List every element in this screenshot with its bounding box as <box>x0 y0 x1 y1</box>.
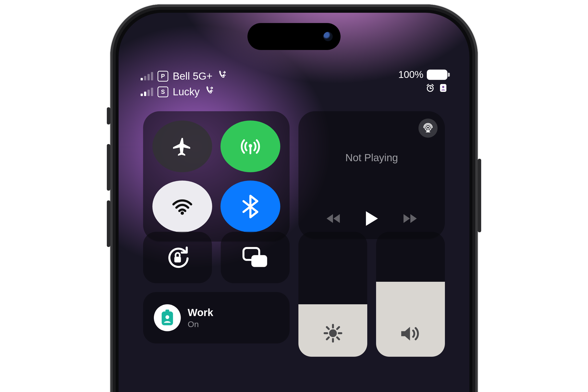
orientation-lock-icon <box>164 244 191 271</box>
svg-point-14 <box>166 315 169 319</box>
svg-point-11 <box>329 329 337 337</box>
airplane-mode-toggle[interactable] <box>152 120 212 172</box>
orientation-lock-toggle[interactable] <box>143 232 212 283</box>
svg-point-2 <box>442 86 444 88</box>
connectivity-module[interactable] <box>143 111 290 242</box>
brightness-slider[interactable] <box>298 232 367 357</box>
volume-fill <box>376 282 445 357</box>
screen-mirroring-button[interactable] <box>221 232 290 283</box>
front-camera <box>322 31 334 42</box>
signal-bars-sim1 <box>141 72 153 80</box>
antenna-icon <box>239 135 262 158</box>
focus-module[interactable]: Work On <box>143 292 290 344</box>
airplane-icon <box>172 136 193 157</box>
mute-switch <box>107 107 110 124</box>
airplay-button[interactable] <box>418 118 438 138</box>
sim1-badge: P <box>158 71 168 82</box>
alarm-icon <box>425 83 435 93</box>
svg-rect-8 <box>174 257 181 263</box>
signal-bars-sim2 <box>141 88 153 96</box>
screen: P Bell 5G+ S Lucky 100% <box>118 13 470 392</box>
volume-down-button <box>107 200 110 247</box>
next-track-button[interactable] <box>400 212 418 226</box>
wifi-toggle[interactable] <box>152 180 212 232</box>
call-forwarding-icon <box>217 70 226 82</box>
focus-state-label: On <box>188 320 213 329</box>
svg-rect-13 <box>166 310 169 313</box>
wifi-icon <box>170 195 194 218</box>
svg-point-6 <box>426 126 430 129</box>
dynamic-island <box>248 23 340 50</box>
id-badge-icon <box>160 309 175 326</box>
svg-point-5 <box>180 212 184 215</box>
previous-track-button[interactable] <box>326 212 343 226</box>
now-playing-label: Not Playing <box>308 152 435 164</box>
battery-indicator: 100% <box>398 69 447 80</box>
call-forwarding-icon <box>204 86 214 98</box>
focus-status-icon <box>439 83 447 93</box>
screen-mirroring-icon <box>241 245 270 270</box>
battery-percent-label: 100% <box>398 69 423 80</box>
volume-slider[interactable] <box>376 232 445 357</box>
focus-badge <box>154 304 181 331</box>
media-module[interactable]: Not Playing <box>298 111 445 239</box>
brightness-icon <box>323 323 343 344</box>
bluetooth-icon <box>240 194 260 219</box>
sim1-carrier-label: Bell 5G+ <box>173 70 212 82</box>
svg-rect-10 <box>251 255 267 267</box>
status-bar: P Bell 5G+ S Lucky 100% <box>141 69 447 99</box>
bluetooth-toggle[interactable] <box>220 180 280 232</box>
phone-frame: P Bell 5G+ S Lucky 100% <box>110 4 478 392</box>
speaker-icon <box>399 324 422 344</box>
control-center: Not Playing <box>143 111 445 344</box>
side-button <box>478 159 481 232</box>
focus-name-label: Work <box>188 307 213 318</box>
sim2-carrier-label: Lucky <box>173 86 200 98</box>
airplay-icon <box>422 122 434 134</box>
cellular-data-toggle[interactable] <box>220 120 280 172</box>
sim2-badge: S <box>158 86 168 97</box>
play-button[interactable] <box>364 210 379 228</box>
svg-rect-4 <box>250 146 251 154</box>
volume-up-button <box>107 144 110 190</box>
